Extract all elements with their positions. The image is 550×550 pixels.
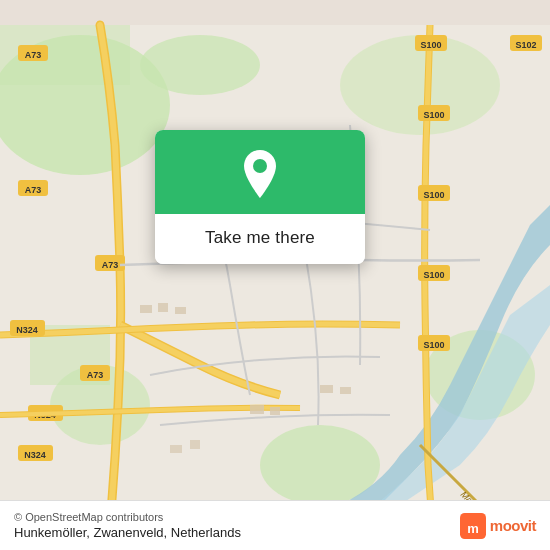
moovit-brand-text: moovit	[490, 517, 536, 534]
svg-rect-44	[190, 440, 200, 449]
attribution-text: © OpenStreetMap contributors	[14, 511, 241, 523]
svg-text:A73: A73	[102, 260, 119, 270]
location-label: Hunkemöller, Zwanenveld, Netherlands	[14, 525, 241, 540]
svg-rect-37	[158, 303, 168, 312]
popup-header	[155, 130, 365, 214]
svg-rect-42	[340, 387, 351, 394]
svg-text:S100: S100	[423, 110, 444, 120]
svg-rect-38	[175, 307, 186, 314]
moovit-icon: m	[460, 513, 486, 539]
svg-rect-41	[320, 385, 333, 393]
svg-point-2	[140, 35, 260, 95]
svg-point-45	[253, 159, 267, 173]
svg-text:S100: S100	[423, 340, 444, 350]
svg-text:m: m	[467, 520, 479, 535]
location-popup: Take me there	[155, 130, 365, 264]
svg-text:S100: S100	[423, 190, 444, 200]
svg-text:N324: N324	[24, 450, 46, 460]
svg-rect-40	[270, 407, 280, 415]
svg-text:S100: S100	[423, 270, 444, 280]
location-pin-icon	[238, 152, 282, 196]
svg-text:S102: S102	[515, 40, 536, 50]
bottom-bar: © OpenStreetMap contributors Hunkemöller…	[0, 500, 550, 550]
svg-text:S100: S100	[420, 40, 441, 50]
map-container: A73 A73 A73 A73 N324 N324 S100 S100 S100…	[0, 0, 550, 550]
svg-rect-39	[250, 405, 264, 414]
svg-text:A73: A73	[25, 185, 42, 195]
moovit-logo: m moovit	[460, 513, 536, 539]
svg-text:N324: N324	[16, 325, 38, 335]
svg-rect-43	[170, 445, 182, 453]
svg-text:A73: A73	[25, 50, 42, 60]
svg-text:A73: A73	[87, 370, 104, 380]
map-background: A73 A73 A73 A73 N324 N324 S100 S100 S100…	[0, 0, 550, 550]
take-me-there-button[interactable]: Take me there	[205, 228, 315, 248]
svg-rect-36	[140, 305, 152, 313]
popup-action-area[interactable]: Take me there	[155, 214, 365, 264]
